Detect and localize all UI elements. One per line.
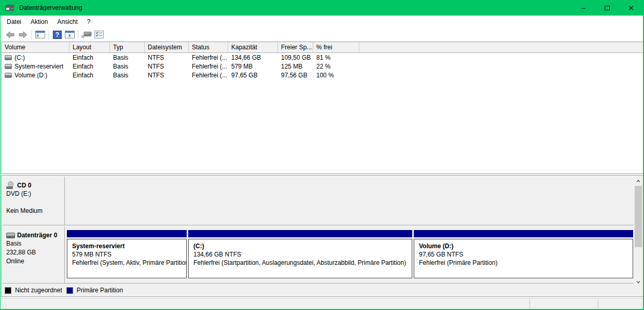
toolbar-separator	[48, 30, 49, 39]
back-button[interactable]	[4, 29, 17, 41]
volume-typ: Basis	[110, 63, 145, 70]
cd-drive-letter: DVD (E:)	[6, 190, 61, 198]
show-console-tree-button[interactable]	[34, 29, 46, 41]
column-header-layout[interactable]: Layout	[69, 42, 110, 52]
column-header-dateisystem[interactable]: Dateisystem	[145, 42, 189, 52]
volume-name: System-reserviert	[15, 63, 63, 70]
partition-status: Fehlerfrei (Primäre Partition)	[419, 259, 633, 267]
column-header-freier-speicher[interactable]: Freier Sp...	[278, 42, 313, 52]
volume-prozent-frei: 81 %	[313, 54, 359, 61]
partition-system-reserviert[interactable]: System-reserviert 579 MB NTFS Fehlerfrei…	[67, 227, 187, 283]
menu-datei[interactable]: Datei	[2, 17, 26, 27]
column-header-kapazitaet[interactable]: Kapazität	[228, 42, 278, 52]
menu-hilfe[interactable]: ?	[82, 17, 95, 27]
volume-status: Fehlerfrei (...	[189, 54, 228, 61]
toolbar-separator	[31, 30, 32, 39]
menu-aktion[interactable]: Aktion	[26, 17, 52, 27]
volume-row-system-reserviert[interactable]: System-reserviert Einfach Basis NTFS Feh…	[2, 62, 643, 71]
disk0-label[interactable]: Datenträger 0 Basis 232,88 GB Online	[3, 227, 65, 283]
partition-color-bar	[188, 230, 412, 237]
volume-name: (C:)	[15, 54, 25, 61]
console-tree-icon	[35, 31, 45, 38]
partition-d[interactable]: Volume (D:) 97,65 GB NTFS Fehlerfrei (Pr…	[414, 227, 633, 283]
close-button[interactable]: ✕	[619, 0, 643, 16]
partition-status: Fehlerfrei (System, Aktiv, Primäre Parti…	[72, 259, 186, 267]
volume-drive-icon	[5, 55, 12, 60]
maximize-icon	[605, 6, 610, 10]
unallocated-swatch	[5, 287, 11, 294]
volume-freier-speicher: 109,50 GB	[278, 54, 313, 61]
disk-icon	[6, 233, 15, 238]
partition-name: System-reserviert	[72, 242, 186, 250]
toolbar: ?	[1, 28, 642, 42]
volume-freier-speicher: 125 MB	[278, 63, 313, 70]
window-title: Datenträgerverwaltung	[19, 4, 82, 11]
disk-management-window: Datenträgerverwaltung – ✕ Datei Aktion A…	[0, 0, 644, 310]
titlebar: Datenträgerverwaltung – ✕	[1, 0, 643, 16]
volume-dateisystem: NTFS	[145, 54, 189, 61]
volume-freier-speicher: 97,56 GB	[278, 72, 313, 79]
minimize-icon: –	[581, 4, 585, 12]
menu-ansicht[interactable]: Ansicht	[52, 17, 82, 27]
scrollbar-thumb[interactable]	[635, 186, 642, 247]
column-header-filler	[359, 42, 643, 52]
disk0-type: Basis	[6, 240, 61, 248]
volume-dateisystem: NTFS	[145, 72, 189, 79]
help-button[interactable]: ?	[51, 29, 63, 41]
partition-c[interactable]: (C:) 134,66 GB NTFS Fehlerfrei (Startpar…	[188, 227, 412, 283]
volume-prozent-frei: 100 %	[313, 72, 359, 79]
volume-typ: Basis	[110, 72, 145, 79]
forward-button[interactable]	[17, 29, 29, 41]
volume-layout: Einfach	[69, 54, 110, 61]
volume-name: Volume (D:)	[15, 72, 47, 79]
volume-dateisystem: NTFS	[145, 63, 189, 70]
action-pane-icon	[65, 31, 75, 38]
legend-label: Nicht zugeordnet	[15, 287, 62, 294]
cd-drive-label[interactable]: CD 0 DVD (E:) Kein Medium	[3, 177, 65, 225]
scroll-up-button[interactable]	[634, 177, 642, 185]
partition-info: Volume (D:) 97,65 GB NTFS Fehlerfrei (Pr…	[414, 239, 633, 278]
volume-layout: Einfach	[69, 72, 110, 79]
cd-drive-status: Kein Medium	[6, 207, 61, 215]
column-header-status[interactable]: Status	[189, 42, 228, 52]
partition-size: 579 MB NTFS	[72, 250, 186, 259]
statusbar-divider	[529, 300, 530, 308]
column-header-volume[interactable]: Volume	[2, 42, 69, 52]
volume-layout: Einfach	[69, 63, 110, 70]
column-header-prozent-frei[interactable]: % frei	[313, 42, 359, 52]
action-checklist-button[interactable]	[93, 29, 105, 41]
cd-drive-row: CD 0 DVD (E:) Kein Medium	[3, 177, 634, 225]
volume-status: Fehlerfrei (...	[189, 63, 228, 70]
checklist-icon	[94, 31, 104, 38]
column-header-typ[interactable]: Typ	[110, 42, 145, 52]
device-properties-button[interactable]	[80, 29, 93, 41]
chevron-up-icon	[636, 180, 640, 182]
partition-size: 134,66 GB NTFS	[193, 250, 412, 259]
statusbar-divider	[598, 300, 598, 308]
chevron-down-icon	[636, 281, 640, 284]
volume-list-panel: Volume Layout Typ Dateisystem Status Kap…	[1, 42, 643, 174]
disk0-name: Datenträger 0	[17, 232, 57, 239]
device-properties-icon	[81, 31, 92, 38]
partition-info: (C:) 134,66 GB NTFS Fehlerfrei (Startpar…	[188, 239, 412, 278]
forward-icon	[18, 31, 27, 38]
partition-size: 97,65 GB NTFS	[419, 250, 633, 259]
legend-item-primary-partition: Primäre Partition	[66, 287, 123, 294]
scroll-down-button[interactable]	[634, 278, 642, 286]
volume-drive-icon	[5, 73, 12, 78]
volume-kapazitaet: 134,66 GB	[228, 54, 278, 61]
cd-drive-name: CD 0	[17, 182, 31, 189]
vertical-scrollbar[interactable]	[634, 177, 642, 286]
partition-info: System-reserviert 579 MB NTFS Fehlerfrei…	[67, 239, 187, 278]
volume-row-c[interactable]: (C:) Einfach Basis NTFS Fehlerfrei (... …	[2, 53, 643, 62]
minimize-button[interactable]: –	[571, 0, 595, 16]
maximize-button[interactable]	[595, 0, 619, 16]
statusbar	[1, 298, 643, 309]
volume-row-d[interactable]: Volume (D:) Einfach Basis NTFS Fehlerfre…	[2, 71, 643, 79]
legend: Nicht zugeordnet Primäre Partition	[5, 286, 123, 295]
volume-kapazitaet: 97,65 GB	[228, 72, 278, 79]
volume-drive-icon	[5, 64, 12, 69]
legend-item-unallocated: Nicht zugeordnet	[5, 287, 62, 294]
back-icon	[6, 31, 15, 38]
show-action-pane-button[interactable]	[63, 29, 76, 41]
